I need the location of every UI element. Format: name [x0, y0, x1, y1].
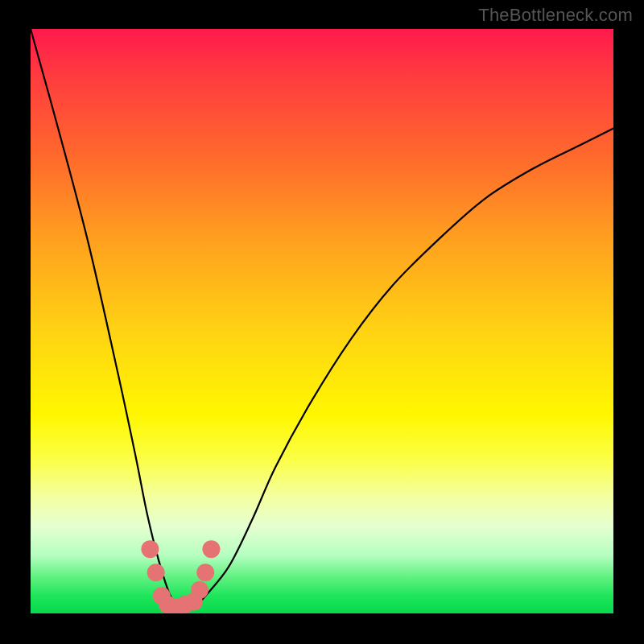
sample-point: [191, 581, 208, 599]
sample-point: [153, 587, 171, 605]
sample-point: [147, 564, 165, 581]
points-layer: [31, 29, 613, 613]
sample-point: [159, 596, 176, 613]
chart-frame: TheBottleneck.com: [0, 0, 644, 644]
sample-point: [202, 540, 220, 558]
curve-layer: [31, 29, 613, 613]
sample-point: [141, 540, 159, 558]
sample-points: [141, 540, 220, 613]
sample-point: [185, 592, 203, 610]
sample-point: [196, 564, 214, 581]
sample-point: [167, 599, 185, 613]
watermark-text: TheBottleneck.com: [478, 5, 633, 26]
plot-area: [31, 29, 613, 613]
sample-point: [176, 596, 194, 613]
bottleneck-curve: [31, 29, 613, 609]
